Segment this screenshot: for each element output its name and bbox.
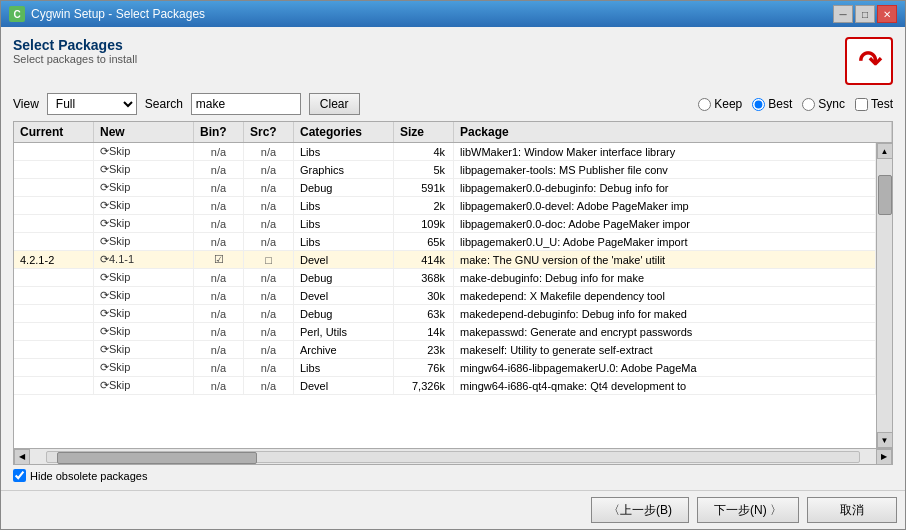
cell-new: ⟳Skip (94, 197, 194, 214)
cell-bin: n/a (194, 215, 244, 232)
cell-bin: n/a (194, 323, 244, 340)
table-row[interactable]: ⟳Skipn/an/aLibs65klibpagemaker0.U_U: Ado… (14, 233, 876, 251)
search-label: Search (145, 97, 183, 111)
table-row[interactable]: ⟳Skipn/an/aLibs4klibWMaker1: Window Make… (14, 143, 876, 161)
cell-package: mingw64-i686-qt4-qmake: Qt4 development … (454, 377, 876, 394)
titlebar-controls: ─ □ ✕ (833, 5, 897, 23)
test-checkbox-item: Test (855, 97, 893, 111)
col-bin: Bin? (194, 122, 244, 142)
table-row[interactable]: ⟳Skipn/an/aDebug368kmake-debuginfo: Debu… (14, 269, 876, 287)
test-label[interactable]: Test (871, 97, 893, 111)
scroll-thumb[interactable] (878, 175, 892, 215)
sync-radio[interactable] (802, 98, 815, 111)
cell-new: ⟳Skip (94, 323, 194, 340)
table-row[interactable]: 4.2.1-2⟳4.1-1☑□Devel414kmake: The GNU ve… (14, 251, 876, 269)
cell-current (14, 197, 94, 214)
search-input[interactable] (191, 93, 301, 115)
table-body: ⟳Skipn/an/aLibs4klibWMaker1: Window Make… (14, 143, 876, 448)
cell-bin: n/a (194, 143, 244, 160)
cell-size: 30k (394, 287, 454, 304)
table-row[interactable]: ⟳Skipn/an/aArchive23kmakeself: Utility t… (14, 341, 876, 359)
cell-new: ⟳Skip (94, 269, 194, 286)
cell-src: n/a (244, 359, 294, 376)
cell-src: □ (244, 251, 294, 268)
vertical-scrollbar[interactable]: ▲ ▼ (876, 143, 892, 448)
table-row[interactable]: ⟳Skipn/an/aGraphics5klibpagemaker-tools:… (14, 161, 876, 179)
keep-radio[interactable] (698, 98, 711, 111)
table-row[interactable]: ⟳Skipn/an/aLibs109klibpagemaker0.0-doc: … (14, 215, 876, 233)
cell-bin: n/a (194, 287, 244, 304)
cell-package: makedepend-debuginfo: Debug info for mak… (454, 305, 876, 322)
table-row[interactable]: ⟳Skipn/an/aPerl, Utils14kmakepasswd: Gen… (14, 323, 876, 341)
cell-size: 414k (394, 251, 454, 268)
cell-new: ⟳Skip (94, 341, 194, 358)
table-row[interactable]: ⟳Skipn/an/aLibs76kmingw64-i686-libpagema… (14, 359, 876, 377)
scroll-up-arrow[interactable]: ▲ (877, 143, 893, 159)
cell-current (14, 233, 94, 250)
table-row[interactable]: ⟳Skipn/an/aDevel7,326kmingw64-i686-qt4-q… (14, 377, 876, 395)
back-button[interactable]: 〈上一步(B) (591, 497, 689, 523)
minimize-button[interactable]: ─ (833, 5, 853, 23)
maximize-button[interactable]: □ (855, 5, 875, 23)
best-label[interactable]: Best (768, 97, 792, 111)
cell-categories: Debug (294, 179, 394, 196)
next-button[interactable]: 下一步(N) 〉 (697, 497, 799, 523)
hide-obsolete-area: Hide obsolete packages (13, 469, 147, 482)
cell-bin: n/a (194, 341, 244, 358)
cell-package: makepasswd: Generate and encrypt passwor… (454, 323, 876, 340)
cell-package: libpagemaker0.0-debuginfo: Debug info fo… (454, 179, 876, 196)
cancel-button[interactable]: 取消 (807, 497, 897, 523)
header-section: Select Packages Select packages to insta… (13, 37, 893, 85)
cell-categories: Libs (294, 233, 394, 250)
cell-bin: n/a (194, 269, 244, 286)
sync-label[interactable]: Sync (818, 97, 845, 111)
cell-bin: n/a (194, 161, 244, 178)
cell-size: 109k (394, 215, 454, 232)
cell-size: 2k (394, 197, 454, 214)
cell-current (14, 215, 94, 232)
horizontal-scroll-area[interactable]: ◀ ▶ (14, 448, 892, 464)
scroll-left-arrow[interactable]: ◀ (14, 449, 30, 465)
cell-categories: Libs (294, 359, 394, 376)
horiz-scroll-thumb[interactable] (57, 452, 257, 464)
titlebar: C Cygwin Setup - Select Packages ─ □ ✕ (1, 1, 905, 27)
hide-obsolete-checkbox[interactable] (13, 469, 26, 482)
sync-radio-item: Sync (802, 97, 845, 111)
keep-label[interactable]: Keep (714, 97, 742, 111)
cell-src: n/a (244, 323, 294, 340)
col-new: New (94, 122, 194, 142)
cell-package: makeself: Utility to generate self-extra… (454, 341, 876, 358)
table-row[interactable]: ⟳Skipn/an/aDebug63kmakedepend-debuginfo:… (14, 305, 876, 323)
cell-package: makedepend: X Makefile dependency tool (454, 287, 876, 304)
logo-arrow: ↷ (858, 45, 881, 78)
hide-obsolete-label[interactable]: Hide obsolete packages (30, 470, 147, 482)
cell-size: 7,326k (394, 377, 454, 394)
cell-size: 23k (394, 341, 454, 358)
cell-bin: n/a (194, 233, 244, 250)
test-checkbox[interactable] (855, 98, 868, 111)
package-table: Current New Bin? Src? Categories Size Pa… (13, 121, 893, 465)
table-row[interactable]: ⟳Skipn/an/aDebug591klibpagemaker0.0-debu… (14, 179, 876, 197)
cell-new: ⟳Skip (94, 179, 194, 196)
horiz-scroll-track[interactable] (46, 451, 860, 463)
cell-current (14, 377, 94, 394)
table-row[interactable]: ⟳Skipn/an/aLibs2klibpagemaker0.0-devel: … (14, 197, 876, 215)
scroll-right-arrow[interactable]: ▶ (876, 449, 892, 465)
cell-src: n/a (244, 161, 294, 178)
best-radio[interactable] (752, 98, 765, 111)
cell-size: 591k (394, 179, 454, 196)
cell-src: n/a (244, 305, 294, 322)
cell-categories: Perl, Utils (294, 323, 394, 340)
close-button[interactable]: ✕ (877, 5, 897, 23)
clear-button[interactable]: Clear (309, 93, 360, 115)
scroll-down-arrow[interactable]: ▼ (877, 432, 893, 448)
cell-src: n/a (244, 179, 294, 196)
view-select[interactable]: Full Partial Up to date Not installed Pe… (47, 93, 137, 115)
table-row[interactable]: ⟳Skipn/an/aDevel30kmakedepend: X Makefil… (14, 287, 876, 305)
cell-categories: Libs (294, 197, 394, 214)
cell-current (14, 323, 94, 340)
col-categories: Categories (294, 122, 394, 142)
view-label: View (13, 97, 39, 111)
cell-categories: Debug (294, 305, 394, 322)
cell-src: n/a (244, 287, 294, 304)
